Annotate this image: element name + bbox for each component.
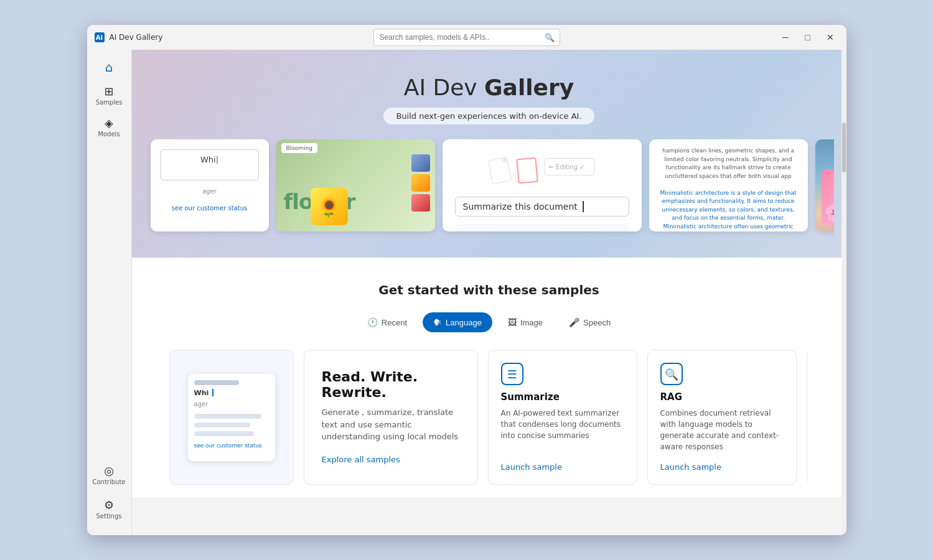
sample-card-rag: 🔍 RAG Combines document retrieval with l…: [647, 350, 797, 485]
flower-thumb-1: [411, 154, 430, 172]
maximize-button[interactable]: □: [799, 29, 817, 46]
mini-link: see our customer status: [194, 442, 269, 449]
card-write-input: Whi|: [161, 149, 259, 180]
summarize-card-icon: ☰: [501, 363, 523, 385]
flower-app-name: Blooming: [286, 145, 312, 151]
summarize-input-row[interactable]: Summarize this document: [455, 197, 629, 217]
flower-thumb-2: [411, 174, 430, 192]
sunflower-emoji: 🌻: [317, 196, 340, 218]
get-started-title: Get started with these samples: [169, 282, 809, 297]
scrollbar-thumb[interactable]: [842, 123, 846, 172]
hero-title: AI Dev Gallery: [144, 75, 834, 100]
sample-card-semantic: 🔎 Semantic Search Understanding th conte…: [807, 350, 809, 485]
sunflower-image: 🌻: [311, 188, 348, 225]
mini-cursor-row: Whi: [194, 389, 269, 397]
tab-language[interactable]: 🗣 Language: [423, 312, 492, 332]
settings-icon: ⚙: [104, 498, 114, 511]
mini-bar-2: [194, 414, 261, 419]
summarize-icons: ✏ Editing ✓: [455, 152, 629, 189]
summarize-cursor: [583, 201, 584, 212]
models-icon: ◈: [105, 116, 113, 129]
carousel-card-photo[interactable]: → 🌸: [815, 139, 834, 231]
close-button[interactable]: ✕: [822, 29, 839, 46]
hero-section: AI Dev Gallery Build next-gen experience…: [132, 50, 846, 258]
carousel: Whi| ager see our customer status Bloomi…: [144, 139, 834, 239]
recent-icon: 🕐: [367, 317, 378, 327]
mini-cursor-text: Whi: [194, 389, 209, 397]
sidebar-item-contribute[interactable]: ◎ Contribute: [90, 459, 128, 491]
main-layout: ⌂ ⊞ Samples ◈ Models ◎ Contribute ⚙ Sett…: [87, 50, 846, 535]
summarize-card-inner: ☰ Summarize An AI-powered text summarize…: [501, 363, 624, 472]
search-bar[interactable]: 🔍: [373, 29, 560, 46]
summarize-result: Text Summarization Summarize text with a…: [455, 224, 629, 231]
summarize-icon-symbol: ☰: [507, 368, 517, 381]
app-icon: AI: [95, 32, 105, 42]
sample-card-featured[interactable]: Whi ager see our customer status: [169, 350, 294, 485]
rag-card-inner: 🔍 RAG Combines document retrieval with l…: [660, 363, 784, 472]
samples-grid: Whi ager see our customer status: [169, 350, 809, 485]
summarize-card-content: ✏ Editing ✓ Summarize this document Text…: [443, 139, 642, 231]
search-icon: 🔍: [545, 33, 555, 42]
tab-image[interactable]: 🖼 Image: [497, 312, 553, 332]
get-started-section: Get started with these samples 🕐 Recent …: [132, 258, 846, 497]
hero-title-prefix: AI Dev: [404, 75, 484, 100]
card-write-hint: ager: [161, 188, 259, 195]
app-title: AI Dev Gallery: [110, 33, 163, 42]
sidebar-item-home[interactable]: ⌂: [90, 55, 128, 80]
scrollbar-track: [842, 50, 846, 535]
doc-icon-1: [487, 156, 512, 185]
rag-card-desc: Combines document retrieval with languag…: [660, 408, 784, 452]
sidebar-item-models[interactable]: ◈ Models: [90, 111, 128, 143]
carousel-card-text[interactable]: hampions clean lines, geometric shapes, …: [649, 139, 808, 231]
window-controls: ─ □ ✕: [777, 29, 839, 46]
carousel-card-write[interactable]: Whi| ager see our customer status: [151, 139, 269, 231]
sidebar: ⌂ ⊞ Samples ◈ Models ◎ Contribute ⚙ Sett…: [87, 50, 132, 535]
sample-card-summarize: ☰ Summarize An AI-powered text summarize…: [488, 350, 637, 485]
card-write-link[interactable]: see our customer status: [161, 205, 259, 212]
category-tabs: 🕐 Recent 🗣 Language 🖼 Image 🎤: [169, 312, 809, 332]
scrollable-content: AI Dev Gallery Build next-gen experience…: [132, 50, 846, 497]
speech-icon: 🎤: [569, 317, 579, 327]
hero-title-bold: Gallery: [484, 75, 574, 100]
sidebar-bottom: ◎ Contribute ⚙ Settings: [90, 459, 128, 530]
doc-icon-edit: ✏ Editing ✓: [545, 158, 594, 175]
tab-speech[interactable]: 🎤 Speech: [558, 312, 621, 332]
app-window: AI AI Dev Gallery 🔍 ─ □ ✕ ⌂ ⊞ Samples ◈ …: [87, 25, 846, 535]
content-area: AI Dev Gallery Build next-gen experience…: [132, 50, 846, 535]
write-card-link[interactable]: Explore all samples: [322, 455, 400, 464]
card-write-text: Whi: [200, 155, 216, 164]
sidebar-label-samples: Samples: [96, 99, 123, 106]
tab-speech-label: Speech: [583, 318, 611, 327]
mini-bar-1: [194, 380, 239, 385]
tab-recent[interactable]: 🕐 Recent: [357, 312, 418, 332]
titlebar: AI AI Dev Gallery 🔍 ─ □ ✕: [87, 25, 846, 50]
carousel-card-flower[interactable]: Blooming flower 🌻: [276, 139, 435, 231]
summarize-input-text: Summarize this document: [463, 202, 578, 212]
sample-card-write: Read. Write. Rewrite. Generate , summari…: [304, 350, 478, 485]
image-icon: 🖼: [508, 317, 517, 327]
flower-thumbnails: [411, 154, 430, 212]
carousel-card-summarize[interactable]: ✏ Editing ✓ Summarize this document Text…: [443, 139, 642, 231]
sidebar-label-contribute: Contribute: [93, 478, 126, 486]
rag-icon-symbol: 🔍: [665, 368, 678, 381]
mini-preview: Whi ager see our customer status: [188, 374, 275, 461]
doc-icon-2: [516, 157, 538, 184]
photo-background: → 🌸: [815, 139, 834, 231]
mini-bar-3: [194, 422, 250, 427]
rag-card-title: RAG: [660, 391, 784, 403]
flower-background: flower 🌻: [276, 139, 435, 231]
sidebar-item-samples[interactable]: ⊞ Samples: [90, 80, 128, 111]
hero-subtitle: Build next-gen experiences with on-devic…: [383, 108, 594, 124]
summarize-launch-link[interactable]: Launch sample: [501, 462, 624, 472]
minimize-button[interactable]: ─: [777, 29, 794, 46]
samples-icon: ⊞: [104, 85, 113, 98]
mini-ager-text: ager: [194, 401, 269, 408]
search-input[interactable]: [379, 33, 541, 42]
flower-thumb-3: [411, 194, 430, 212]
summarize-card-title: Summarize: [501, 391, 624, 403]
article-text: hampions clean lines, geometric shapes, …: [657, 147, 800, 231]
sidebar-item-settings[interactable]: ⚙ Settings: [90, 493, 128, 525]
rag-launch-link[interactable]: Launch sample: [660, 462, 784, 472]
tab-image-label: Image: [520, 318, 543, 327]
card-write-content: Whi| ager see our customer status: [151, 139, 269, 222]
